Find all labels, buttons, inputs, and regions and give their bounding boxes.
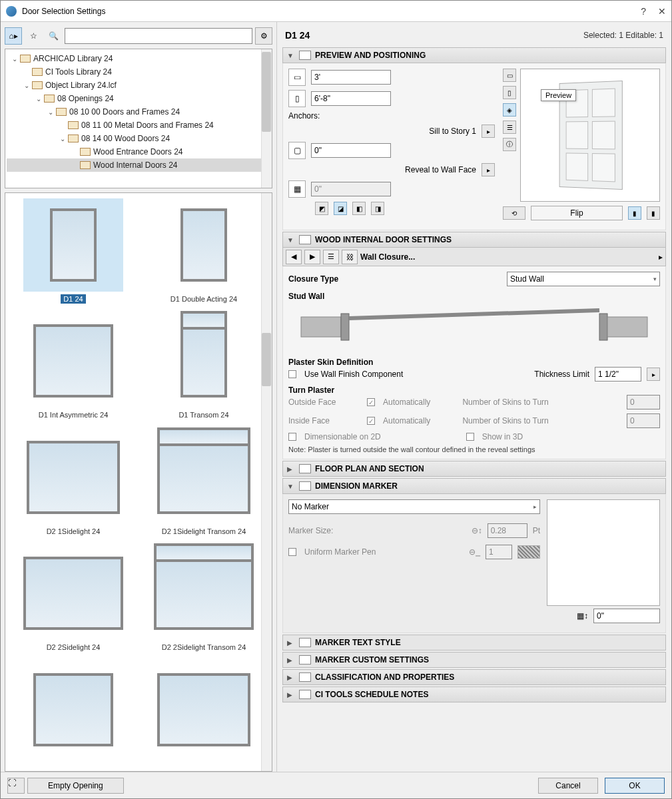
view-elev-icon[interactable]: ▯	[503, 86, 516, 99]
tree-item[interactable]: Wood Entrance Doors 24	[7, 145, 270, 158]
nav-next[interactable]: ▶	[304, 250, 320, 264]
sill-flyout[interactable]: ▸	[482, 125, 495, 138]
app-icon	[6, 6, 17, 17]
wood-subnav: ◀ ▶ ☰ ⛓ Wall Closure... ▸	[282, 248, 666, 266]
marker-offset-input[interactable]	[593, 609, 660, 623]
search-button[interactable]: 🔍	[45, 27, 62, 45]
view-plan-icon[interactable]: ▭	[503, 69, 516, 82]
thumbnail-cell[interactable]: D2 1Sidelight 24	[11, 431, 136, 541]
close-button[interactable]: ✕	[658, 6, 666, 17]
thumbnail-cell[interactable]	[11, 663, 136, 766]
anchor-opt-4[interactable]: ◨	[371, 202, 384, 215]
anchor-opt-3[interactable]: ◧	[352, 202, 366, 215]
thumbnail-label: D1 Int Asymmetric 24	[36, 410, 111, 419]
ok-button[interactable]: OK	[605, 778, 665, 794]
view-info-icon[interactable]: ⓘ	[503, 138, 516, 151]
library-tree[interactable]: ⌄ARCHICAD Library 24CI Tools Library 24⌄…	[5, 49, 272, 188]
settings-gear-button[interactable]: ⚙	[255, 27, 272, 45]
thickness-limit-input[interactable]	[595, 367, 641, 382]
folder-icon	[44, 95, 55, 103]
preview-tooltip: Preview	[541, 89, 576, 101]
svg-rect-3	[607, 317, 647, 337]
tree-item-label: Object Library 24.lcf	[45, 81, 117, 90]
folder-icon	[80, 161, 91, 169]
use-wall-finish-check[interactable]	[288, 370, 296, 378]
pen-input	[486, 545, 512, 559]
folder-icon	[68, 121, 79, 129]
dimension-section-header[interactable]: ▼ Dimension Marker	[282, 478, 666, 494]
tree-item[interactable]: ⌄08 Openings 24	[7, 92, 270, 105]
marker-offset-icon: ▦↕	[577, 611, 588, 621]
thumbnail-cell[interactable]: D2 1Sidelight Transom 24	[141, 431, 266, 541]
tree-item-label: CI Tools Library 24	[45, 67, 112, 77]
empty-opening-icon-button[interactable]: ⛶	[7, 778, 25, 794]
rotate-button[interactable]: ⟲	[503, 206, 525, 220]
reveal-flyout[interactable]: ▸	[482, 163, 495, 176]
tree-item[interactable]: ⌄08 10 00 Doors and Frames 24	[7, 105, 270, 119]
thickness-more[interactable]: ▸	[647, 368, 660, 381]
orient-1-button[interactable]: ▮	[628, 206, 641, 220]
thumbnail-label: D2 2Sidelight Transom 24	[159, 643, 249, 652]
floorplan-section-header[interactable]: ▶ Floor Plan and Section	[282, 461, 666, 477]
subnav-more[interactable]: ▸	[659, 252, 663, 262]
thumbnail-label: D1 Double Acting 24	[168, 294, 240, 304]
citools-section-header[interactable]: ▶ CI Tools Schedule Notes	[282, 686, 666, 702]
height-input[interactable]	[311, 91, 391, 106]
thumbnail-cell[interactable]: D1 Double Acting 24	[141, 198, 266, 309]
preview-icon	[299, 51, 311, 60]
tree-item[interactable]: CI Tools Library 24	[7, 65, 270, 79]
classification-section-header[interactable]: ▶ Classification and Properties	[282, 669, 666, 685]
marker-text-section-header[interactable]: ▶ Marker Text Style	[282, 635, 666, 651]
library-toolbar: ⌂▸ ☆ 🔍 ⚙	[5, 26, 272, 46]
thumbnail-cell[interactable]	[141, 663, 266, 766]
pen-swatch[interactable]	[517, 545, 540, 559]
favorites-button[interactable]: ☆	[25, 27, 42, 45]
view-3d-icon[interactable]: ◈	[503, 103, 516, 117]
title-bar: Door Selection Settings ? ✕	[1, 1, 671, 22]
thumbnail-label: D2 2Sidelight 24	[44, 643, 103, 652]
thumbnail-cell[interactable]: D1 24	[11, 198, 136, 309]
sill-icon: ▢	[288, 142, 306, 159]
nav-list[interactable]: ☰	[323, 250, 339, 264]
width-input[interactable]	[311, 70, 391, 85]
anchor-opt-2[interactable]: ◪	[334, 202, 347, 215]
tree-item-label: 08 14 00 Wood Doors 24	[81, 134, 170, 143]
sill-input[interactable]	[311, 143, 391, 158]
closure-type-select[interactable]: Stud Wall▾	[507, 272, 660, 286]
tree-view-button[interactable]: ⌂▸	[5, 27, 22, 45]
thumbnail-cell[interactable]: D2 2Sidelight Transom 24	[141, 547, 266, 657]
tree-item-label: Wood Entrance Doors 24	[93, 147, 183, 156]
reveal-input	[311, 182, 391, 196]
view-section-icon[interactable]: ☰	[503, 121, 516, 134]
tree-item[interactable]: ⌄08 14 00 Wood Doors 24	[7, 132, 270, 145]
thumbnail-label: D1 24	[61, 294, 85, 304]
cancel-button[interactable]: Cancel	[538, 778, 598, 794]
orient-2-button[interactable]: ▮	[647, 206, 660, 220]
empty-opening-button[interactable]: Empty Opening	[27, 778, 124, 794]
tree-item[interactable]: ⌄Object Library 24.lcf	[7, 79, 270, 92]
anchor-opt-1[interactable]: ◩	[315, 202, 328, 215]
floorplan-icon	[299, 464, 311, 473]
tree-item[interactable]: Wood Internal Doors 24	[7, 158, 270, 172]
help-button[interactable]: ?	[641, 6, 646, 17]
marker-select[interactable]: No Marker▸	[288, 499, 540, 514]
preview-section-header[interactable]: ▼ Preview and Positioning	[282, 47, 666, 63]
grid-scrollbar[interactable]	[261, 193, 272, 771]
thumbnail-cell[interactable]: D2 2Sidelight 24	[11, 547, 136, 657]
preview-box[interactable]: Preview	[520, 69, 660, 202]
tree-item[interactable]: 08 11 00 Metal Doors and Frames 24	[7, 119, 270, 132]
thumbnail-label	[201, 759, 206, 760]
tree-scrollbar[interactable]	[261, 49, 272, 188]
wood-section-header[interactable]: ▼ Wood Internal Door Settings	[282, 232, 666, 248]
thumbnail-cell[interactable]: D1 Transom 24	[141, 314, 266, 425]
thumbnail-grid[interactable]: D1 24D1 Double Acting 24D1 Int Asymmetri…	[5, 192, 272, 772]
flip-button[interactable]: Flip	[531, 206, 623, 220]
marker-custom-section-header[interactable]: ▶ Marker Custom Settings	[282, 652, 666, 668]
nav-prev[interactable]: ◀	[286, 250, 302, 264]
search-input[interactable]	[65, 28, 252, 44]
num-skins-label-2: Number of Skins to Turn	[462, 416, 548, 425]
classification-icon	[299, 672, 311, 682]
tree-item[interactable]: ⌄ARCHICAD Library 24	[7, 52, 270, 65]
nav-wall-closure-icon[interactable]: ⛓	[342, 250, 358, 264]
thumbnail-cell[interactable]: D1 Int Asymmetric 24	[11, 314, 136, 425]
